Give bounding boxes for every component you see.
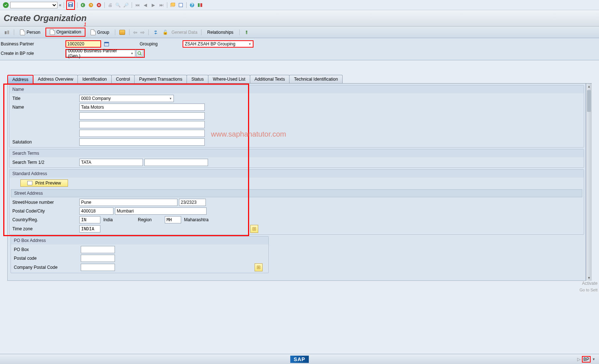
more-fields-button[interactable] [250, 225, 258, 233]
tab-identification[interactable]: Identification [77, 75, 111, 83]
country-input[interactable] [79, 216, 100, 223]
svg-rect-11 [198, 3, 200, 7]
worklist-icon[interactable] [103, 41, 110, 47]
shortcut-icon[interactable] [177, 2, 184, 8]
locator-icon[interactable] [4, 29, 10, 36]
city-input[interactable] [115, 207, 207, 215]
timezone-input[interactable] [79, 225, 100, 232]
last-page-icon[interactable]: ⏭ [158, 2, 165, 8]
grouping-dropdown[interactable]: ZSAH ZSAH BP Grouping [183, 40, 253, 48]
role-dropdown[interactable]: 000000 Business Partner (Gen.) [66, 50, 135, 57]
help-icon[interactable]: ? [189, 2, 195, 8]
tab-where-used[interactable]: Where-Used List [208, 75, 250, 83]
back-icon[interactable] [80, 2, 86, 8]
annotation-1: 1 [84, 21, 87, 27]
vertical-scrollbar[interactable]: ▲ ▼ [586, 84, 592, 281]
save-icon[interactable] [67, 1, 74, 8]
relationships-button[interactable]: Relationships [205, 29, 236, 36]
company-postal-input[interactable] [81, 264, 115, 271]
name-input-2[interactable] [79, 112, 205, 120]
separator [132, 2, 132, 8]
title-bar: Create Organization [0, 10, 599, 27]
first-page-icon[interactable]: ⏮ [134, 2, 141, 8]
next-page-icon[interactable]: ▶ [150, 2, 157, 8]
command-field[interactable] [10, 2, 57, 8]
bp-label: Business Partner [0, 41, 65, 46]
search-terms-title: Search Terms [9, 149, 584, 157]
tab-payment[interactable]: Payment Transactions [134, 75, 187, 83]
house-number-input[interactable] [179, 199, 206, 206]
page-icon [20, 29, 25, 35]
svg-rect-2 [69, 5, 72, 7]
pobox-postal-input[interactable] [81, 255, 115, 262]
cancel-icon[interactable] [96, 2, 102, 8]
postal-code-input[interactable] [79, 207, 113, 215]
tab-additional[interactable]: Additional Texts [250, 75, 290, 83]
layout-icon[interactable] [197, 2, 203, 8]
svg-rect-12 [200, 3, 202, 7]
tab-control[interactable]: Control [111, 75, 135, 83]
collapse-icon[interactable]: « [59, 3, 61, 8]
role-value: 000000 Business Partner (Gen.) [68, 48, 128, 58]
settings-icon[interactable] [243, 29, 250, 36]
group-label: Group [97, 30, 109, 35]
region-input[interactable] [165, 216, 181, 223]
svg-point-16 [246, 31, 247, 32]
country-text: India [102, 217, 136, 222]
group-button[interactable]: Group [88, 29, 111, 36]
name-input-1[interactable] [79, 104, 205, 111]
scroll-up-icon[interactable]: ▲ [586, 84, 592, 89]
organization-button[interactable]: Organization [48, 28, 83, 36]
svg-rect-1 [69, 3, 72, 4]
separator [64, 2, 64, 8]
country-label: Country/Reg. [12, 217, 78, 222]
nav-forward-icon[interactable]: ⇨ [140, 29, 145, 35]
scroll-down-icon[interactable]: ▼ [586, 275, 592, 281]
standard-address-title: Standard Address [9, 170, 584, 178]
separator [104, 2, 105, 8]
pobox-label: PO Box [14, 247, 79, 252]
svg-rect-13 [5, 31, 7, 34]
prev-page-icon[interactable]: ◀ [142, 2, 149, 8]
print-icon[interactable]: 🖨 [107, 2, 113, 8]
system-toolbar: « 🖨 🔍 🔎 ⏮ ◀ ▶ ⏭ ? [0, 0, 599, 10]
name-group-title: Name [9, 85, 584, 93]
title-dropdown[interactable]: 0003 Company [79, 95, 174, 102]
exit-icon[interactable] [88, 2, 94, 8]
name-input-3[interactable] [79, 121, 205, 128]
separator [129, 29, 129, 35]
nav-back-icon[interactable]: ⇦ [133, 29, 137, 35]
find-icon[interactable]: 🔍 [115, 2, 121, 8]
find-next-icon[interactable]: 🔎 [123, 2, 129, 8]
separator [148, 29, 149, 35]
region-text: Maharashtra [183, 217, 208, 222]
search-terms-group: Search Terms Search Term 1/2 [9, 149, 584, 168]
page-icon [91, 29, 96, 35]
tab-address[interactable]: Address [7, 75, 33, 84]
new-session-icon[interactable] [169, 2, 176, 8]
region-label: Region [138, 217, 163, 222]
scroll-thumb[interactable] [587, 90, 591, 112]
print-preview-label: Print Preview [35, 181, 61, 186]
check-icon[interactable]: 🔓 [162, 29, 168, 36]
open-icon[interactable] [119, 29, 125, 36]
enter-icon[interactable] [3, 2, 9, 8]
header-fields: Business Partner Grouping ZSAH ZSAH BP G… [0, 38, 599, 60]
svg-text:?: ? [191, 3, 193, 8]
search-term-2-input[interactable] [144, 159, 208, 166]
tab-address-overview[interactable]: Address Overview [33, 75, 78, 83]
street-input[interactable] [79, 199, 177, 206]
role-search-help-icon[interactable] [136, 50, 143, 57]
search-term-1-input[interactable] [79, 159, 143, 166]
business-partner-input[interactable] [65, 40, 101, 48]
pobox-input[interactable] [81, 246, 115, 253]
switch-icon[interactable] [152, 29, 159, 36]
tab-technical[interactable]: Technical Identification [289, 75, 343, 83]
tab-status[interactable]: Status [187, 75, 208, 83]
person-label: Person [27, 30, 40, 35]
salutation-input[interactable] [79, 138, 205, 146]
print-preview-button[interactable]: Print Preview [20, 179, 68, 187]
person-button[interactable]: Person [18, 29, 43, 36]
name-input-4[interactable] [79, 130, 205, 137]
more-fields-button-2[interactable] [255, 263, 263, 271]
